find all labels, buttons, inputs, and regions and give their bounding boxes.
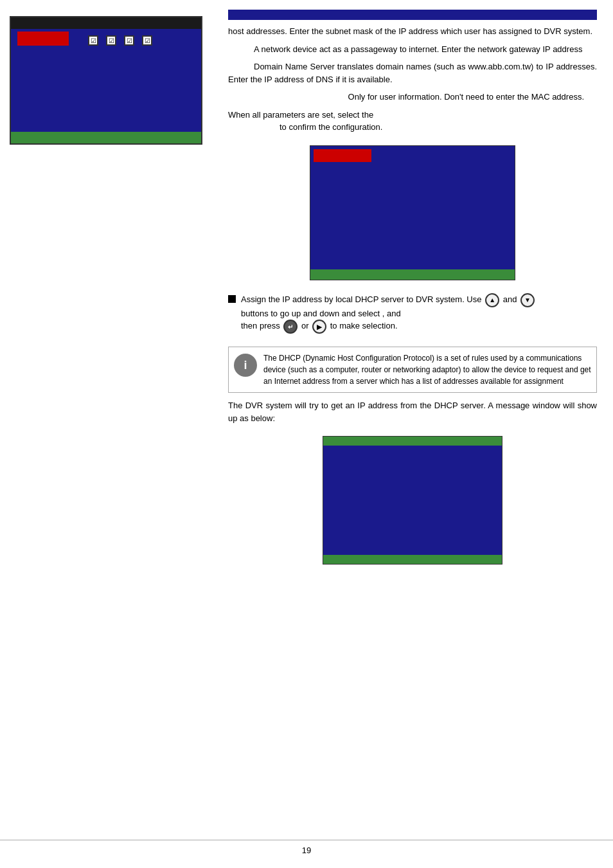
checkbox-3: ☑ xyxy=(124,35,134,46)
page-container: ☑ ☑ ☑ ☑ host addresses. Enter the subnet… xyxy=(0,0,613,836)
top-nav-bar xyxy=(228,10,597,20)
checkboxes-row: ☑ ☑ ☑ ☑ xyxy=(88,35,152,46)
checkbox-2: ☑ xyxy=(106,35,116,46)
right-column: host addresses. Enter the subnet mask of… xyxy=(218,6,613,829)
checkbox-1: ☑ xyxy=(88,35,98,46)
red-block xyxy=(17,32,69,46)
page-footer: 19 xyxy=(0,840,613,855)
paragraph-gateway: A network device act as a passageway to … xyxy=(228,43,597,56)
screenshot2-bottom-green xyxy=(323,555,502,564)
dhcp-text-1: Assign the IP address by local DHCP serv… xyxy=(241,294,482,304)
left-column: ☑ ☑ ☑ ☑ xyxy=(0,6,218,829)
down-arrow-btn: ▼ xyxy=(520,293,535,307)
dhcp-text-4: to make selection. xyxy=(330,321,398,330)
bullet-dhcp-text: Assign the IP address by local DHCP serv… xyxy=(241,293,597,334)
info-icon: i xyxy=(234,354,257,377)
bullet-dhcp-section: Assign the IP address by local DHCP serv… xyxy=(228,293,597,334)
enter-btn: ↵ xyxy=(283,320,298,334)
or-text: or xyxy=(301,321,311,330)
paragraph-dns: Domain Name Server translates domain nam… xyxy=(228,60,597,86)
screenshot-green-bar xyxy=(310,269,515,280)
screenshot2-top-green xyxy=(323,437,502,446)
and-text: and xyxy=(503,294,519,304)
dvr-screenshot-1 xyxy=(310,145,515,280)
paragraph-subnet: host addresses. Enter the subnet mask of… xyxy=(228,25,597,38)
paragraph-dhcp-desc: The DVR system will try to get an IP add… xyxy=(228,399,597,424)
dhcp-text-2: buttons to go up and down and select xyxy=(241,309,380,318)
dhcp-text-3: then press xyxy=(241,321,280,330)
screenshot-red-bar xyxy=(314,149,371,162)
up-arrow-btn: ▲ xyxy=(485,293,499,307)
bottom-bar-green xyxy=(11,132,201,143)
dvr-image-top: ☑ ☑ ☑ ☑ xyxy=(10,16,202,145)
page-number: 19 xyxy=(302,845,311,855)
right-arrow-btn: ▶ xyxy=(312,320,326,334)
paragraph-mac: Only for user information. Don't need to… xyxy=(228,91,597,104)
top-bar xyxy=(11,17,201,29)
bullet-icon xyxy=(228,295,236,303)
dvr-screenshot-2 xyxy=(323,436,502,565)
checkbox-4: ☑ xyxy=(142,35,152,46)
paragraph-confirm: When all parameters are set, select the … xyxy=(228,109,597,134)
dhcp-comma: , and xyxy=(382,309,401,318)
info-box-text: The DHCP (Dynamic Host Configuration Pro… xyxy=(263,352,591,387)
info-box: i The DHCP (Dynamic Host Configuration P… xyxy=(228,347,597,393)
